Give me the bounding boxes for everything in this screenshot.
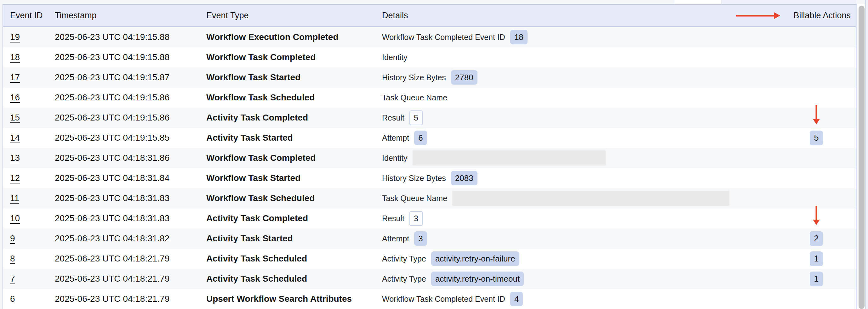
event-row[interactable]: 112025-06-23 UTC 04:18:31.83Workflow Tas… — [3, 188, 856, 208]
scrollbar-thumb[interactable] — [859, 6, 865, 309]
column-header-timestamp[interactable]: Timestamp — [52, 11, 206, 21]
timestamp-cell: 2025-06-23 UTC 04:19:15.86 — [52, 113, 206, 123]
event-timestamp: 2025-06-23 UTC 04:19:15.88 — [55, 52, 169, 62]
timestamp-cell: 2025-06-23 UTC 04:18:21.79 — [52, 274, 206, 284]
details-cell: Workflow Task Completed Event ID18 — [382, 30, 777, 44]
event-row[interactable]: 72025-06-23 UTC 04:18:21.79Activity Task… — [3, 269, 856, 289]
details-cell: Workflow Task Completed Event ID4 — [382, 292, 777, 306]
event-type-cell: Workflow Task Completed — [206, 52, 382, 62]
detail-label: Workflow Task Completed Event ID — [382, 33, 505, 42]
event-id-cell: 16 — [3, 93, 52, 103]
details-cell: Result3 — [382, 211, 777, 226]
event-timestamp: 2025-06-23 UTC 04:19:15.86 — [55, 113, 169, 123]
timestamp-cell: 2025-06-23 UTC 04:19:15.88 — [52, 32, 206, 42]
details-cell: History Size Bytes2780 — [382, 70, 777, 84]
event-row[interactable]: 122025-06-23 UTC 04:18:31.84Workflow Tas… — [3, 168, 856, 188]
event-type-cell: Activity Task Scheduled — [206, 253, 382, 264]
event-id-link[interactable]: 6 — [10, 294, 15, 304]
redacted-value-box — [452, 191, 730, 206]
billable-actions-cell — [777, 289, 856, 309]
event-id-link[interactable]: 11 — [10, 193, 19, 203]
event-row[interactable]: 192025-06-23 UTC 04:19:15.88Workflow Exe… — [3, 27, 856, 47]
billable-actions-cell: 1 — [777, 269, 856, 289]
detail-label: Attempt — [382, 234, 409, 243]
event-row[interactable]: 92025-06-23 UTC 04:18:31.82Activity Task… — [3, 229, 856, 249]
event-timestamp: 2025-06-23 UTC 04:18:31.86 — [55, 153, 169, 163]
event-id-cell: 14 — [3, 133, 52, 143]
red-arrow-right-icon — [736, 15, 780, 16]
event-id-link[interactable]: 9 — [10, 234, 15, 243]
table-header-row: Event ID Timestamp Event Type Details Bi… — [3, 5, 856, 27]
event-id-cell: 15 — [3, 113, 52, 123]
detail-label: History Size Bytes — [382, 73, 446, 82]
billable-actions-count: 1 — [810, 251, 823, 266]
event-timestamp: 2025-06-23 UTC 04:18:31.84 — [55, 173, 169, 183]
event-row[interactable]: 182025-06-23 UTC 04:19:15.88Workflow Tas… — [3, 47, 856, 67]
event-type: Workflow Task Started — [206, 72, 301, 82]
event-type: Workflow Task Started — [206, 173, 301, 183]
details-cell: History Size Bytes2083 — [382, 171, 777, 185]
detail-value-badge: 2083 — [451, 171, 477, 185]
event-id-link[interactable]: 13 — [10, 153, 20, 163]
top-bar — [0, 0, 868, 4]
event-row[interactable]: 162025-06-23 UTC 04:19:15.86Workflow Tas… — [3, 88, 856, 108]
timestamp-cell: 2025-06-23 UTC 04:19:15.88 — [52, 52, 206, 62]
detail-label: Task Queue Name — [382, 93, 447, 102]
event-row[interactable]: 132025-06-23 UTC 04:18:31.86Workflow Tas… — [3, 148, 856, 168]
event-id-link[interactable]: 19 — [10, 32, 20, 42]
column-header-event-id[interactable]: Event ID — [3, 11, 52, 21]
event-type-cell: Activity Task Started — [206, 133, 382, 143]
detail-value-badge: 2780 — [451, 70, 477, 84]
event-row[interactable]: 102025-06-23 UTC 04:18:31.83Activity Tas… — [3, 208, 856, 229]
event-rows: 192025-06-23 UTC 04:19:15.88Workflow Exe… — [3, 27, 856, 309]
detail-label: Identity — [382, 53, 407, 62]
column-header-details: Details — [382, 11, 777, 21]
billable-actions-cell — [777, 108, 856, 128]
arrow-head — [813, 220, 820, 225]
details-cell: Identity — [382, 53, 777, 62]
event-id-cell: 12 — [3, 173, 52, 183]
detail-value-badge: activity.retry-on-timeout — [431, 272, 524, 286]
detail-value-badge: 3 — [409, 211, 423, 226]
top-cropped-control[interactable] — [674, 0, 722, 4]
event-type: Activity Task Started — [206, 234, 293, 243]
detail-label: Task Queue Name — [382, 194, 447, 203]
event-type-cell: Activity Task Completed — [206, 113, 382, 123]
redacted-value-box — [412, 150, 606, 166]
billable-actions-cell — [777, 148, 856, 168]
event-id-link[interactable]: 8 — [10, 253, 15, 263]
column-header-event-type[interactable]: Event Type — [206, 11, 382, 21]
event-type: Activity Task Scheduled — [206, 274, 307, 283]
event-id-link[interactable]: 18 — [10, 52, 20, 62]
event-id-link[interactable]: 15 — [10, 113, 20, 123]
event-row[interactable]: 142025-06-23 UTC 04:19:15.85Activity Tas… — [3, 128, 856, 148]
detail-label: Activity Type — [382, 254, 426, 263]
event-type: Workflow Execution Completed — [206, 32, 339, 42]
event-id-cell: 17 — [3, 72, 52, 82]
billable-actions-count: 5 — [810, 131, 823, 145]
event-timestamp: 2025-06-23 UTC 04:18:21.79 — [55, 274, 169, 283]
event-id-link[interactable]: 17 — [10, 72, 20, 82]
event-row[interactable]: 152025-06-23 UTC 04:19:15.86Activity Tas… — [3, 108, 856, 128]
detail-label: Attempt — [382, 133, 409, 142]
event-timestamp: 2025-06-23 UTC 04:18:31.82 — [55, 234, 169, 243]
event-id-cell: 6 — [3, 294, 52, 304]
event-row[interactable]: 172025-06-23 UTC 04:19:15.87Workflow Tas… — [3, 67, 856, 88]
event-row[interactable]: 82025-06-23 UTC 04:18:21.79Activity Task… — [3, 249, 856, 269]
timestamp-cell: 2025-06-23 UTC 04:18:31.83 — [52, 193, 206, 203]
event-timestamp: 2025-06-23 UTC 04:18:21.79 — [55, 253, 169, 263]
event-id-link[interactable]: 12 — [10, 173, 20, 183]
billable-actions-count: 2 — [810, 231, 823, 246]
event-id-link[interactable]: 16 — [10, 93, 20, 102]
vertical-scrollbar[interactable] — [856, 4, 866, 309]
event-type: Workflow Task Completed — [206, 52, 316, 62]
event-type-cell: Workflow Task Started — [206, 72, 382, 82]
event-type-cell: Workflow Task Started — [206, 173, 382, 183]
event-row[interactable]: 62025-06-23 UTC 04:18:21.79Upsert Workfl… — [3, 289, 856, 309]
detail-label: Identity — [382, 153, 407, 163]
event-id-link[interactable]: 14 — [10, 133, 20, 142]
event-id-link[interactable]: 7 — [10, 274, 15, 283]
arrow-head — [813, 119, 820, 124]
event-id-link[interactable]: 10 — [10, 213, 20, 223]
arrow-shaft — [816, 105, 817, 119]
